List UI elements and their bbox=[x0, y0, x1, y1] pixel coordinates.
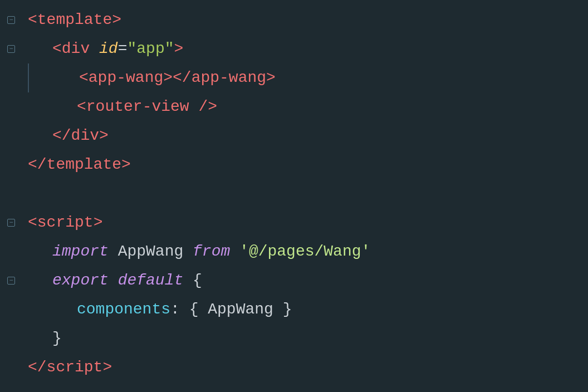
token: id bbox=[99, 37, 118, 62]
code-line-7 bbox=[22, 179, 588, 208]
gutter-13 bbox=[0, 353, 22, 382]
token: script bbox=[47, 355, 103, 380]
token: app-wang bbox=[192, 66, 266, 91]
token: export bbox=[52, 268, 109, 293]
token: template bbox=[37, 8, 112, 33]
code-line-9: import AppWang from '@/pages/Wang' bbox=[22, 237, 588, 266]
token: default bbox=[118, 268, 184, 293]
token: script bbox=[37, 210, 94, 236]
token: } bbox=[52, 326, 62, 351]
token: router-view bbox=[86, 95, 189, 120]
code-line-11: components: { AppWang } bbox=[22, 295, 588, 324]
line-10: export default { bbox=[0, 266, 588, 295]
gutter-11 bbox=[0, 295, 22, 324]
token: < bbox=[79, 66, 89, 91]
gutter-8[interactable] bbox=[0, 208, 22, 237]
line-11: components: { AppWang } bbox=[0, 295, 588, 324]
line-2: <div id="app"> bbox=[0, 35, 588, 63]
line-6: </template> bbox=[0, 150, 588, 179]
code-line-10: export default { bbox=[22, 266, 588, 295]
token: < bbox=[52, 37, 62, 62]
token: </ bbox=[28, 355, 47, 380]
code-line-6: </template> bbox=[22, 150, 588, 179]
line-4: <router-view /> bbox=[0, 92, 588, 121]
token: div bbox=[71, 124, 99, 149]
line-9: import AppWang from '@/pages/Wang' bbox=[0, 237, 588, 266]
gutter-6 bbox=[0, 150, 22, 179]
token: > bbox=[266, 66, 276, 91]
fold-icon-8[interactable] bbox=[7, 219, 15, 227]
token: < bbox=[28, 8, 37, 33]
code-editor: <template> <div id="app"> <app-wang></ap… bbox=[0, 0, 588, 392]
gutter-12 bbox=[0, 324, 22, 353]
code-line-8: <script> bbox=[22, 208, 588, 237]
token bbox=[109, 268, 118, 293]
line-12: } bbox=[0, 324, 588, 353]
token: </ bbox=[52, 124, 71, 149]
token: > bbox=[102, 355, 112, 380]
token: AppWang bbox=[109, 239, 193, 264]
fold-icon-10[interactable] bbox=[7, 277, 15, 285]
token: > bbox=[121, 153, 131, 178]
token: = bbox=[118, 37, 128, 62]
token: < bbox=[77, 95, 86, 120]
gutter-3 bbox=[0, 63, 22, 92]
line-3: <app-wang></app-wang> bbox=[0, 63, 588, 92]
line-8: <script> bbox=[0, 208, 588, 237]
token: </ bbox=[28, 153, 47, 178]
code-line-1: <template> bbox=[22, 6, 588, 35]
code-line-2: <div id="app"> bbox=[22, 35, 588, 63]
gutter-5 bbox=[0, 121, 22, 150]
token: div bbox=[62, 37, 90, 62]
token: : { AppWang } bbox=[170, 297, 292, 322]
gutter-9 bbox=[0, 237, 22, 266]
code-line-13: </script> bbox=[22, 353, 588, 382]
line-5: </div> bbox=[0, 121, 588, 150]
token: "app" bbox=[127, 37, 174, 62]
token bbox=[230, 239, 239, 264]
token: > bbox=[99, 124, 109, 149]
gutter-2[interactable] bbox=[0, 35, 22, 63]
gutter-1[interactable] bbox=[0, 6, 22, 35]
token: components bbox=[77, 297, 170, 322]
token: > bbox=[112, 8, 121, 33]
code-line-3: <app-wang></app-wang> bbox=[22, 63, 588, 92]
line-7-empty bbox=[0, 179, 588, 208]
token: { bbox=[183, 268, 202, 293]
fold-icon-1[interactable] bbox=[7, 16, 15, 24]
gutter-7 bbox=[0, 179, 22, 208]
line-1: <template> bbox=[0, 6, 588, 35]
gutter-4 bbox=[0, 92, 22, 121]
code-line-5: </div> bbox=[22, 121, 588, 150]
code-line-4: <router-view /> bbox=[22, 92, 588, 121]
token: > bbox=[94, 210, 103, 236]
token: from bbox=[193, 239, 230, 264]
token: app-wang bbox=[89, 66, 163, 91]
code-line-12: } bbox=[22, 324, 588, 353]
gutter-10[interactable] bbox=[0, 266, 22, 295]
token: /> bbox=[189, 95, 217, 120]
token: > bbox=[174, 37, 183, 62]
token: template bbox=[47, 153, 121, 178]
line-13: </script> bbox=[0, 353, 588, 382]
token bbox=[90, 37, 99, 62]
token: import bbox=[52, 239, 109, 264]
token: '@/pages/Wang' bbox=[239, 239, 370, 264]
token: ></ bbox=[163, 66, 191, 91]
fold-icon-2[interactable] bbox=[7, 45, 15, 53]
token: < bbox=[28, 210, 37, 236]
